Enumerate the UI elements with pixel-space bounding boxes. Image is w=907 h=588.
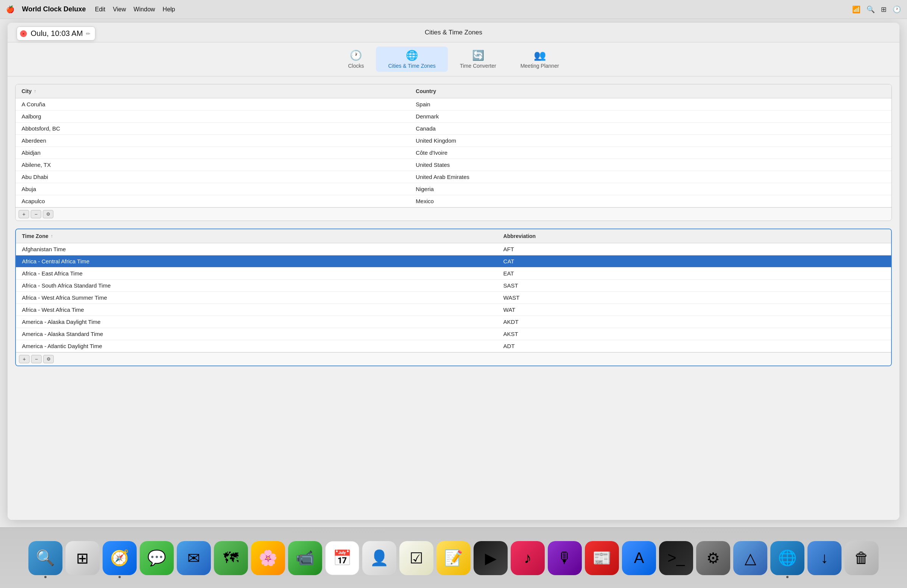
timezones-panel: Time Zone ↑ Abbreviation Afghanistan Tim…: [15, 228, 892, 366]
tz-cell: America - Atlantic Daylight Time: [16, 340, 497, 352]
dock-item-reminders[interactable]: ☑: [399, 541, 433, 575]
tz-cell: Afghanistan Time: [16, 243, 497, 255]
table-row[interactable]: Abu Dhabi United Arab Emirates: [16, 171, 891, 183]
table-row[interactable]: America - Alaska Standard Time AKST: [16, 328, 891, 340]
tz-column-header[interactable]: Time Zone ↑: [16, 232, 497, 241]
clocks-label: Clocks: [348, 63, 364, 69]
search-icon[interactable]: 🔍: [867, 5, 875, 14]
city-clock-close-button[interactable]: ×: [20, 30, 27, 37]
safari-icon: 🧭: [110, 549, 129, 567]
tab-cities-timezones[interactable]: 🌐 Cities & Time Zones: [376, 46, 447, 72]
menu-window[interactable]: Window: [134, 6, 155, 13]
tz-cell: America - Alaska Daylight Time: [16, 316, 497, 328]
dock-item-altnotif[interactable]: △: [733, 541, 767, 575]
table-row[interactable]: Africa - Central Africa Time CAT: [16, 256, 891, 267]
menu-help[interactable]: Help: [163, 6, 175, 13]
abbr-cell: EAT: [497, 267, 891, 279]
menu-view[interactable]: View: [113, 6, 126, 13]
dock-item-terminal[interactable]: >_: [659, 541, 693, 575]
city-cell: Abu Dhabi: [16, 171, 410, 183]
table-row[interactable]: Africa - South Africa Standard Time SAST: [16, 280, 891, 292]
dock-item-worldclock[interactable]: 🌐: [770, 541, 804, 575]
clocks-icon: 🕐: [350, 50, 362, 61]
tab-clocks[interactable]: 🕐 Clocks: [336, 46, 376, 72]
dock-item-messages[interactable]: 💬: [140, 541, 174, 575]
country-cell: Canada: [410, 123, 891, 134]
download-icon: ↓: [821, 550, 828, 566]
dock-item-appletv[interactable]: ▶: [474, 541, 508, 575]
city-settings-button[interactable]: ⚙: [43, 210, 53, 218]
city-cell: Abilene, TX: [16, 159, 410, 171]
dock-item-news[interactable]: 📰: [585, 541, 619, 575]
menu-edit[interactable]: Edit: [95, 6, 106, 13]
table-row[interactable]: Abbotsford, BC Canada: [16, 123, 891, 135]
dock-item-download[interactable]: ↓: [808, 541, 841, 575]
tz-settings-button[interactable]: ⚙: [43, 355, 54, 363]
dock-item-calendar[interactable]: 📅: [325, 541, 359, 575]
menubar-right: 📶 🔍 ⊞ 🕐: [852, 5, 901, 14]
dock-item-podcasts[interactable]: 🎙: [548, 541, 582, 575]
photos-icon: 🌸: [258, 549, 277, 567]
remove-tz-button[interactable]: −: [31, 355, 42, 363]
city-cell: Aberdeen: [16, 135, 410, 147]
table-row[interactable]: Africa - West Africa Time WAT: [16, 304, 891, 316]
dock-item-notes[interactable]: 📝: [436, 541, 471, 575]
news-icon: 📰: [593, 549, 611, 567]
calendar-icon: 📅: [333, 549, 352, 567]
dock-item-maps[interactable]: 🗺: [214, 541, 248, 575]
country-cell: Mexico: [410, 195, 891, 207]
cities-table-header: City ↑ Country: [16, 85, 891, 98]
dock-item-appstore[interactable]: A: [622, 541, 656, 575]
table-row[interactable]: Abuja Nigeria: [16, 183, 891, 195]
table-row[interactable]: Africa - West Africa Summer Time WAST: [16, 292, 891, 304]
table-row[interactable]: Aalborg Denmark: [16, 110, 891, 123]
abbr-cell: SAST: [497, 280, 891, 291]
dock-item-launchpad[interactable]: ⊞: [66, 541, 99, 575]
abbr-cell: AKDT: [497, 316, 891, 328]
control-center-icon[interactable]: ⊞: [881, 5, 886, 14]
table-row[interactable]: Africa - East Africa Time EAT: [16, 267, 891, 280]
add-city-button[interactable]: +: [19, 210, 29, 218]
table-row[interactable]: Acapulco Mexico: [16, 195, 891, 207]
table-row[interactable]: A Coruña Spain: [16, 98, 891, 110]
dock-item-facetime[interactable]: 📹: [288, 541, 322, 575]
tz-cell: Africa - East Africa Time: [16, 267, 497, 279]
contacts-icon: 👤: [370, 549, 389, 567]
tz-sort-arrow: ↑: [51, 233, 53, 239]
dock-item-finder[interactable]: 🔍: [28, 541, 62, 575]
abbr-cell: AFT: [497, 243, 891, 255]
tz-table-toolbar: + − ⚙: [16, 352, 891, 366]
dock-item-photos[interactable]: 🌸: [251, 541, 285, 575]
content-area: City ↑ Country A Coruña Spain Aalborg De…: [8, 77, 899, 520]
city-clock-edit-icon[interactable]: ✏: [86, 30, 90, 37]
table-row[interactable]: Afghanistan Time AFT: [16, 243, 891, 256]
apple-menu[interactable]: 🍎: [6, 5, 14, 14]
country-column-header[interactable]: Country: [410, 87, 891, 96]
dock-item-preferences[interactable]: ⚙: [696, 541, 730, 575]
dock-dot-safari: [119, 576, 121, 578]
city-cell: Acapulco: [16, 195, 410, 207]
dock-item-trash[interactable]: 🗑: [845, 541, 879, 575]
dock-item-music[interactable]: ♪: [511, 541, 545, 575]
table-row[interactable]: Abilene, TX United States: [16, 159, 891, 171]
dock-item-safari[interactable]: 🧭: [103, 541, 137, 575]
dock-item-contacts[interactable]: 👤: [362, 541, 396, 575]
table-row[interactable]: Abidjan Côte d'Ivoire: [16, 147, 891, 159]
meeting-label: Meeting Planner: [521, 63, 559, 69]
add-tz-button[interactable]: +: [19, 355, 29, 363]
tab-time-converter[interactable]: 🔄 Time Converter: [448, 46, 508, 72]
table-row[interactable]: America - Alaska Daylight Time AKDT: [16, 316, 891, 328]
tz-cell: America - Alaska Standard Time: [16, 328, 497, 340]
dock-item-mail[interactable]: ✉: [177, 541, 211, 575]
launchpad-icon: ⊞: [76, 550, 89, 567]
table-row[interactable]: Aberdeen United Kingdom: [16, 135, 891, 147]
table-row[interactable]: America - Atlantic Daylight Time ADT: [16, 340, 891, 352]
remove-city-button[interactable]: −: [30, 210, 41, 218]
cities-table-toolbar: + − ⚙: [16, 207, 891, 220]
abbr-cell: WAT: [497, 304, 891, 316]
dock-dot-worldclock: [786, 576, 788, 578]
tab-meeting-planner[interactable]: 👥 Meeting Planner: [508, 46, 571, 72]
city-column-header[interactable]: City ↑: [16, 87, 410, 96]
meeting-icon: 👥: [534, 50, 546, 61]
abbr-column-header[interactable]: Abbreviation: [497, 232, 891, 241]
